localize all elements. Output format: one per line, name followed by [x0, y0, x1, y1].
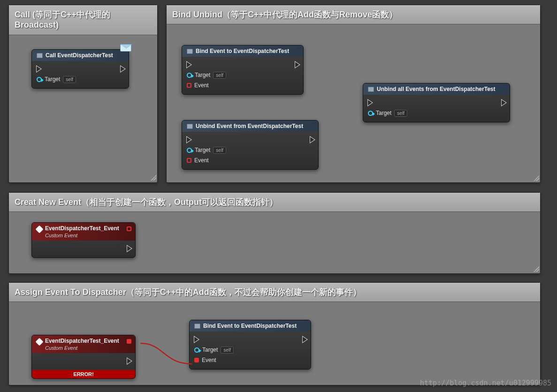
- panel-title[interactable]: Bind Unbind（等于C++中代理的Add函数与Remove函数）: [167, 5, 540, 24]
- exec-out-pin[interactable]: [125, 358, 130, 364]
- self-badge: self: [63, 76, 76, 83]
- resize-grip-icon[interactable]: [151, 175, 156, 181]
- error-bar: ERROR!: [32, 370, 135, 378]
- function-icon: [194, 324, 200, 329]
- node-title: EventDispatcherTest_Event: [45, 225, 119, 232]
- comment-panel-call[interactable]: Call (等同于C++中代理的Broadcast) Call EventDis…: [8, 5, 158, 183]
- target-pin[interactable]: Target self: [37, 76, 76, 83]
- panel-title[interactable]: Call (等同于C++中代理的Broadcast): [9, 5, 157, 35]
- node-title: EventDispatcherTest_Event: [45, 338, 119, 344]
- node-header[interactable]: Call EventDispatcherTest: [32, 50, 129, 61]
- function-icon: [187, 124, 193, 129]
- blueprint-canvas[interactable]: Call (等同于C++中代理的Broadcast) Call EventDis…: [0, 0, 557, 392]
- target-pin[interactable]: Target self: [187, 147, 226, 154]
- event-icon: [36, 226, 44, 234]
- node-unbind-event[interactable]: Unbind Event from EventDispatcherTest Ta…: [182, 120, 319, 170]
- node-subtitle: Custom Event: [45, 233, 119, 238]
- panel-title[interactable]: Creat New Event（相当于创建一个函数，Output可以返回函数指针…: [9, 193, 540, 212]
- exec-out-pin[interactable]: [293, 61, 298, 68]
- function-icon: [187, 49, 193, 54]
- function-icon: [37, 53, 43, 58]
- node-subtitle: Custom Event: [45, 345, 119, 351]
- exec-out-pin[interactable]: [125, 245, 130, 252]
- node-custom-event-1[interactable]: EventDispatcherTest_Event Custom Event: [31, 222, 136, 258]
- node-header[interactable]: Unbind Event from EventDispatcherTest: [182, 121, 318, 132]
- node-title: Call EventDispatcherTest: [46, 52, 113, 59]
- envelope-icon: [120, 44, 131, 52]
- node-bind-event[interactable]: Bind Event to EventDispatcherTest Target…: [182, 45, 304, 95]
- node-unbind-all-events[interactable]: Unbind all Events from EventDispatcherTe…: [363, 83, 510, 122]
- wire-delegate-to-event: [136, 339, 197, 368]
- event-pin[interactable]: Event: [187, 82, 209, 89]
- comment-panel-assign[interactable]: Assign Event To Dispatcher（等同于C++中的Add函数…: [8, 282, 541, 385]
- node-header[interactable]: Bind Event to EventDispatcherTest: [190, 320, 311, 332]
- target-pin[interactable]: Target self: [368, 110, 407, 117]
- node-custom-event-2[interactable]: EventDispatcherTest_Event Custom Event E…: [31, 335, 136, 379]
- delegate-out-pin[interactable]: [127, 339, 131, 344]
- watermark-text: http://blog.csdn.net/u012999985: [420, 379, 551, 387]
- node-header[interactable]: EventDispatcherTest_Event Custom Event: [32, 223, 135, 241]
- node-call-eventdispatcher[interactable]: Call EventDispatcherTest Target self: [31, 49, 129, 89]
- event-pin[interactable]: Event: [194, 357, 216, 363]
- target-pin[interactable]: Target self: [187, 72, 226, 79]
- exec-in-pin[interactable]: [368, 99, 373, 106]
- resize-grip-icon[interactable]: [534, 175, 539, 181]
- exec-out-pin[interactable]: [308, 136, 313, 143]
- exec-in-pin[interactable]: [187, 61, 192, 68]
- node-bind-event-2[interactable]: Bind Event to EventDispatcherTest Target…: [189, 320, 311, 369]
- delegate-out-pin[interactable]: [127, 226, 131, 231]
- function-icon: [368, 87, 374, 92]
- exec-out-pin[interactable]: [500, 99, 505, 106]
- node-title: Unbind Event from EventDispatcherTest: [196, 123, 303, 129]
- target-pin[interactable]: Target self: [194, 347, 234, 354]
- node-title: Bind Event to EventDispatcherTest: [196, 48, 289, 54]
- node-title: Unbind all Events from EventDispatcherTe…: [377, 86, 496, 92]
- comment-panel-create-event[interactable]: Creat New Event（相当于创建一个函数，Output可以返回函数指针…: [8, 192, 541, 274]
- exec-in-pin[interactable]: [187, 136, 192, 143]
- resize-grip-icon[interactable]: [534, 266, 539, 272]
- event-icon: [36, 338, 44, 346]
- node-header[interactable]: EventDispatcherTest_Event Custom Event: [32, 335, 135, 353]
- exec-in-pin[interactable]: [194, 336, 199, 343]
- event-pin[interactable]: Event: [187, 157, 209, 164]
- panel-title[interactable]: Assign Event To Dispatcher（等同于C++中的Add函数…: [9, 283, 540, 302]
- exec-out-pin[interactable]: [119, 66, 124, 72]
- comment-panel-bind-unbind[interactable]: Bind Unbind（等于C++中代理的Add函数与Remove函数） Bin…: [166, 5, 541, 183]
- node-header[interactable]: Bind Event to EventDispatcherTest: [182, 45, 303, 57]
- exec-in-pin[interactable]: [37, 66, 42, 72]
- node-header[interactable]: Unbind all Events from EventDispatcherTe…: [363, 83, 510, 95]
- exec-out-pin[interactable]: [301, 336, 306, 343]
- node-title: Bind Event to EventDispatcherTest: [203, 323, 297, 329]
